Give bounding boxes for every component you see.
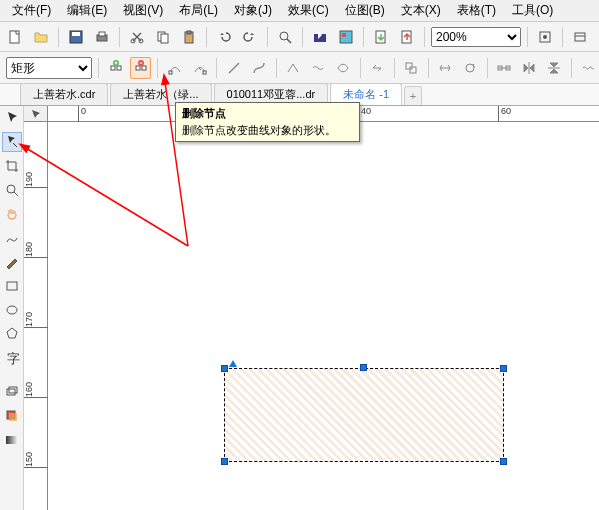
text-tool[interactable]: 字 bbox=[2, 348, 22, 368]
selected-rectangle[interactable] bbox=[224, 368, 504, 462]
cut-button[interactable] bbox=[126, 26, 148, 48]
align-nodes-button[interactable] bbox=[494, 57, 515, 79]
delete-node-button[interactable] bbox=[130, 57, 151, 79]
svg-text:字: 字 bbox=[7, 351, 20, 366]
svg-rect-38 bbox=[9, 387, 17, 393]
menu-layout[interactable]: 布局(L) bbox=[171, 0, 226, 21]
separator bbox=[394, 58, 395, 78]
add-node-button[interactable] bbox=[105, 57, 126, 79]
shape-tool[interactable] bbox=[2, 132, 22, 152]
import-button[interactable] bbox=[370, 26, 392, 48]
menu-tool[interactable]: 工具(O) bbox=[504, 0, 561, 21]
elastic-button[interactable] bbox=[578, 57, 599, 79]
publish-button[interactable] bbox=[335, 26, 357, 48]
crop-tool[interactable] bbox=[2, 156, 22, 176]
ruler-corner[interactable] bbox=[24, 106, 48, 122]
zoom-select[interactable]: 200% bbox=[431, 27, 521, 47]
undo-button[interactable] bbox=[213, 26, 235, 48]
pick-tool[interactable] bbox=[2, 108, 22, 128]
drop-shadow-tool[interactable] bbox=[2, 406, 22, 426]
reverse-button[interactable] bbox=[367, 57, 388, 79]
tab-doc1[interactable]: 上善若水.cdr bbox=[20, 83, 108, 105]
svg-rect-23 bbox=[136, 66, 140, 70]
menu-text[interactable]: 文本(X) bbox=[393, 0, 449, 21]
new-button[interactable] bbox=[4, 26, 26, 48]
node-handle[interactable] bbox=[221, 458, 228, 465]
to-line-button[interactable] bbox=[223, 57, 244, 79]
reflect-h-button[interactable] bbox=[519, 57, 540, 79]
svg-rect-40 bbox=[9, 413, 17, 421]
menu-edit[interactable]: 编辑(E) bbox=[59, 0, 115, 21]
menu-view[interactable]: 视图(V) bbox=[115, 0, 171, 21]
extract-button[interactable] bbox=[401, 57, 422, 79]
svg-point-33 bbox=[7, 185, 15, 193]
zoom-tool[interactable] bbox=[2, 180, 22, 200]
export-button[interactable] bbox=[309, 26, 331, 48]
separator bbox=[428, 58, 429, 78]
menu-table[interactable]: 表格(T) bbox=[449, 0, 504, 21]
to-curve-button[interactable] bbox=[249, 57, 270, 79]
smooth-node-button[interactable] bbox=[308, 57, 329, 79]
svg-rect-21 bbox=[117, 66, 121, 70]
join-nodes-button[interactable] bbox=[164, 57, 185, 79]
svg-point-18 bbox=[543, 35, 547, 39]
separator bbox=[157, 58, 158, 78]
node-handle-mid[interactable] bbox=[360, 364, 367, 371]
canvas[interactable]: 0 20 40 60 190 180 170 160 150 bbox=[24, 106, 599, 510]
corner-control[interactable] bbox=[229, 360, 237, 367]
stretch-button[interactable] bbox=[435, 57, 456, 79]
ellipse-tool[interactable] bbox=[2, 300, 22, 320]
svg-rect-14 bbox=[342, 33, 346, 37]
svg-rect-27 bbox=[203, 71, 206, 74]
rectangle-tool[interactable] bbox=[2, 276, 22, 296]
polygon-tool[interactable] bbox=[2, 324, 22, 344]
save-button[interactable] bbox=[65, 26, 87, 48]
svg-rect-4 bbox=[99, 32, 105, 36]
redo-button[interactable] bbox=[239, 26, 261, 48]
svg-rect-29 bbox=[410, 67, 416, 73]
separator bbox=[58, 27, 59, 47]
search-button[interactable] bbox=[274, 26, 296, 48]
export2-button[interactable] bbox=[396, 26, 418, 48]
reflect-v-button[interactable] bbox=[544, 57, 565, 79]
node-handle[interactable] bbox=[221, 365, 228, 372]
svg-point-11 bbox=[280, 32, 288, 40]
tooltip-delete-node: 删除节点 删除节点改变曲线对象的形状。 bbox=[175, 102, 360, 142]
artistic-tool[interactable] bbox=[2, 252, 22, 272]
cusp-node-button[interactable] bbox=[283, 57, 304, 79]
break-nodes-button[interactable] bbox=[189, 57, 210, 79]
ruler-tick: 60 bbox=[498, 106, 511, 122]
separator bbox=[98, 58, 99, 78]
separator bbox=[267, 27, 268, 47]
menu-bitmap[interactable]: 位图(B) bbox=[337, 0, 393, 21]
node-handle[interactable] bbox=[500, 458, 507, 465]
separator bbox=[119, 27, 120, 47]
svg-point-30 bbox=[466, 64, 474, 72]
paste-button[interactable] bbox=[178, 26, 200, 48]
tab-add[interactable]: + bbox=[404, 86, 422, 105]
print-button[interactable] bbox=[91, 26, 113, 48]
open-button[interactable] bbox=[30, 26, 52, 48]
menu-object[interactable]: 对象(J) bbox=[226, 0, 280, 21]
separator bbox=[424, 27, 425, 47]
svg-rect-0 bbox=[10, 31, 19, 43]
parallel-tool[interactable] bbox=[2, 382, 22, 402]
ruler-vertical[interactable]: 190 180 170 160 150 bbox=[24, 122, 48, 510]
pan-tool[interactable] bbox=[2, 204, 22, 224]
snap-button[interactable] bbox=[534, 26, 556, 48]
node-handle[interactable] bbox=[500, 365, 507, 372]
separator bbox=[276, 58, 277, 78]
separator bbox=[216, 58, 217, 78]
separator bbox=[363, 27, 364, 47]
rotate-button[interactable] bbox=[460, 57, 481, 79]
svg-rect-24 bbox=[142, 66, 146, 70]
menu-effect[interactable]: 效果(C) bbox=[280, 0, 337, 21]
menu-file[interactable]: 文件(F) bbox=[4, 0, 59, 21]
options-button[interactable] bbox=[569, 26, 591, 48]
transparency-tool[interactable] bbox=[2, 430, 22, 450]
symmetric-node-button[interactable] bbox=[333, 57, 354, 79]
freehand-tool[interactable] bbox=[2, 228, 22, 248]
shape-type-select[interactable]: 矩形 bbox=[6, 57, 92, 79]
svg-rect-19 bbox=[575, 33, 585, 41]
copy-button[interactable] bbox=[152, 26, 174, 48]
